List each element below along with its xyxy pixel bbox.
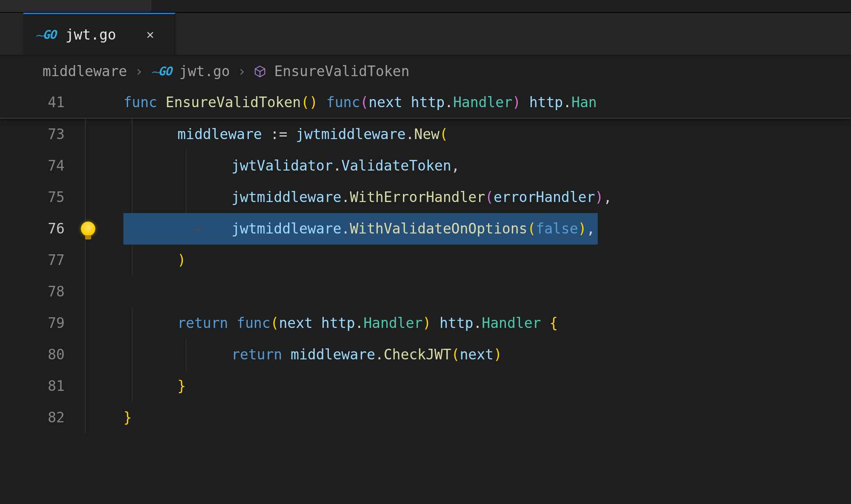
code-line-78[interactable]: 78	[0, 276, 851, 308]
glyph-margin	[85, 87, 123, 118]
breadcrumb-file[interactable]: jwt.go	[179, 63, 230, 80]
code-content[interactable]: jwtmiddleware.WithErrorHandler(errorHand…	[123, 182, 851, 213]
breadcrumb-folder[interactable]: middleware	[43, 63, 127, 80]
titlebar-remnant	[0, 0, 851, 13]
line-number: 41	[0, 87, 85, 118]
code-line-73[interactable]: 73middleware := jwtmiddleware.New(	[0, 119, 851, 150]
code-content[interactable]	[123, 276, 851, 308]
chevron-right-icon: ›	[135, 63, 143, 80]
code-line-41[interactable]: 41func EnsureValidToken() func(next http…	[0, 87, 851, 119]
code-content[interactable]: }	[123, 402, 851, 433]
code-line-77[interactable]: 77)	[0, 245, 851, 276]
code-content[interactable]: middleware := jwtmiddleware.New(	[123, 119, 851, 150]
code-line-82[interactable]: 82}	[0, 402, 851, 433]
code-content[interactable]: )	[123, 245, 851, 276]
glyph-margin	[85, 245, 123, 276]
glyph-margin	[85, 119, 123, 150]
code-content[interactable]: func EnsureValidToken() func(next http.H…	[123, 87, 851, 118]
tab-jwt-go[interactable]: GO jwt.go ✕	[23, 13, 175, 55]
code-content[interactable]: return func(next http.Handler) http.Hand…	[123, 308, 851, 339]
code-editor[interactable]: 41func EnsureValidToken() func(next http…	[0, 87, 851, 504]
line-number: 78	[0, 276, 85, 308]
code-content[interactable]: }	[123, 370, 851, 402]
line-number: 79	[0, 308, 85, 339]
line-number: 76	[0, 213, 85, 245]
editor-tab-bar: GO jwt.go ✕	[0, 13, 851, 55]
code-line-74[interactable]: 74jwtValidator.ValidateToken,	[0, 150, 851, 182]
glyph-margin	[85, 150, 123, 182]
line-number: 82	[0, 402, 85, 433]
glyph-margin	[85, 370, 123, 402]
glyph-margin	[85, 213, 123, 245]
line-number: 74	[0, 150, 85, 182]
line-number: 75	[0, 182, 85, 213]
code-content[interactable]: →jwtmiddleware.WithValidateOnOptions(fal…	[123, 213, 851, 245]
glyph-margin	[85, 339, 123, 370]
code-content[interactable]: return middleware.CheckJWT(next)	[123, 339, 851, 370]
line-number: 77	[0, 245, 85, 276]
code-content[interactable]: jwtValidator.ValidateToken,	[123, 150, 851, 182]
glyph-margin	[85, 182, 123, 213]
code-line-75[interactable]: 75jwtmiddleware.WithErrorHandler(errorHa…	[0, 182, 851, 213]
code-line-79[interactable]: 79return func(next http.Handler) http.Ha…	[0, 308, 851, 339]
chevron-right-icon: ›	[238, 63, 246, 80]
code-line-80[interactable]: 80return middleware.CheckJWT(next)	[0, 339, 851, 370]
go-file-icon: GO	[35, 28, 56, 42]
line-number: 73	[0, 119, 85, 150]
whitespace-arrow-icon: →	[193, 213, 201, 245]
titlebar-corner	[0, 0, 151, 12]
line-number: 81	[0, 370, 85, 402]
symbol-function-icon	[254, 65, 266, 78]
close-icon[interactable]: ✕	[143, 27, 158, 42]
go-file-icon: GO	[151, 64, 172, 78]
glyph-margin	[85, 276, 123, 308]
glyph-margin	[85, 402, 123, 433]
breadcrumb[interactable]: middleware › GO jwt.go › EnsureValidToke…	[0, 55, 851, 87]
breadcrumb-symbol[interactable]: EnsureValidToken	[274, 63, 409, 80]
glyph-margin	[85, 308, 123, 339]
code-line-81[interactable]: 81}	[0, 370, 851, 402]
tab-label: jwt.go	[66, 26, 116, 43]
code-line-76[interactable]: 76→jwtmiddleware.WithValidateOnOptions(f…	[0, 213, 851, 245]
line-number: 80	[0, 339, 85, 370]
lightbulb-icon[interactable]	[81, 222, 95, 236]
